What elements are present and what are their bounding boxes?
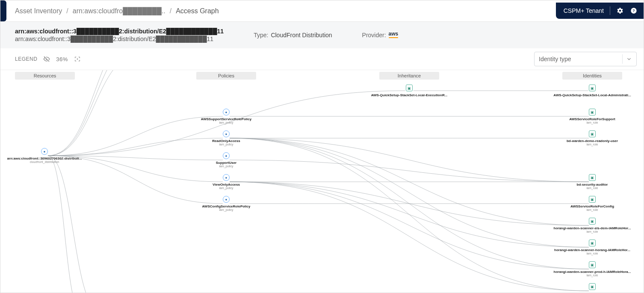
asset-provider-key: Provider:	[362, 32, 386, 38]
role-node-icon: ▣	[589, 85, 596, 92]
inheritance-node[interactable]: ▣AWS-QuickSetup-StackSet-Local-Execution…	[369, 85, 450, 97]
role-node-icon: ▣	[589, 283, 596, 290]
legend-visibility-icon[interactable]	[43, 56, 50, 62]
role-node-icon: ▣	[589, 261, 596, 268]
node-label: AWSSupportServiceRolePolicy	[201, 117, 251, 121]
node-label: AWSServiceRoleForSupport	[569, 117, 615, 121]
node-sublabel: iam_policy	[219, 186, 233, 189]
asset-type-key: Type:	[254, 32, 268, 38]
role-node-icon: ▣	[589, 174, 596, 181]
breadcrumb: Asset Inventory / arn:aws:cloudfro██████…	[15, 7, 219, 15]
column-header-resources: Resources	[15, 72, 75, 80]
asset-subtitle: arn:aws:cloudfront::3██████████2:distrib…	[15, 36, 224, 42]
node-sublabel: iam_role	[587, 230, 598, 233]
policy-node[interactable]: ●AWSSupportServiceRolePolicyiam_policy	[186, 109, 267, 124]
node-label: AWSConfigServiceRolePolicy	[202, 204, 251, 208]
node-label: horangi-warden-scanner-horang-IAMRoleHor…	[554, 248, 630, 252]
node-label: SupportUser	[216, 161, 236, 165]
policy-node-icon: ●	[41, 148, 48, 155]
identity-node[interactable]: ▣AWS-QuickSetup-StackSet-Local-Administr…	[552, 85, 633, 97]
legend-label[interactable]: LEGEND	[15, 56, 37, 62]
node-label: AWS-QuickSetup-StackSet-Local-ExecutionR…	[371, 93, 448, 97]
node-sublabel: iam_role	[587, 121, 598, 124]
identity-node[interactable]: ▣bd-warden-demo-readonly-useriam_role	[552, 130, 633, 146]
node-label: AWSServiceRoleForConfig	[570, 204, 614, 208]
gear-icon[interactable]	[616, 7, 624, 15]
identity-node[interactable]: ▣bd-security-auditoriam_role	[552, 174, 633, 189]
node-label: ReadOnlyAccess	[212, 139, 240, 143]
identity-node[interactable]: ▣horangi-warden-scanner-prod-h-IAMRoleHo…	[552, 261, 633, 277]
node-label: AWS-QuickSetup-StackSet-Local-Administra…	[553, 93, 631, 97]
policy-node[interactable]: ●AWSConfigServiceRolePolicyiam_policy	[186, 196, 267, 211]
node-sublabel: iam_role	[587, 274, 598, 277]
node-label: ViewOnlyAccess	[213, 183, 240, 186]
resource-node[interactable]: ●arn:aws:cloudfront::309602706302:distri…	[4, 148, 85, 163]
policy-node-icon: ●	[223, 174, 230, 181]
svg-point-2	[77, 59, 78, 60]
identity-node[interactable]: ▣AWSServiceRoleForSupportiam_role	[552, 109, 633, 124]
role-node-icon: ▣	[406, 85, 413, 92]
asset-title: arn:aws:cloudfront::3██████████2:distrib…	[15, 28, 224, 35]
node-sublabel: iam_policy	[219, 143, 233, 146]
help-icon[interactable]: ?	[630, 7, 638, 15]
node-sublabel: cloudfront_distribution	[30, 160, 59, 163]
node-sublabel: iam_policy	[219, 208, 233, 211]
identity-node[interactable]: ▣horangi-warden-scanner-prd-IAMRoleHoran…	[552, 283, 633, 293]
policy-node-icon: ●	[223, 130, 230, 137]
role-node-icon: ▣	[589, 130, 596, 137]
breadcrumb-item-access-graph: Access Graph	[176, 7, 219, 15]
graph-edges	[0, 70, 644, 293]
column-header-inheritance: Inheritance	[379, 72, 439, 80]
role-node-icon: ▣	[589, 196, 596, 203]
node-sublabel: iam_role	[587, 208, 598, 211]
breadcrumb-item-arn[interactable]: arn:aws:cloudfro████████..	[73, 7, 165, 15]
role-node-icon: ▣	[589, 109, 596, 115]
role-node-icon: ▣	[589, 240, 596, 246]
asset-type: Type: CloudFront Distribution	[254, 32, 332, 38]
tenant-label[interactable]: CSPM+ Tenant	[564, 7, 604, 14]
fit-view-icon[interactable]	[74, 56, 81, 62]
node-sublabel: iam_role	[587, 143, 598, 146]
tenant-separator	[610, 6, 610, 15]
policy-node-icon: ●	[223, 196, 230, 203]
node-label: arn:aws:cloudfront::309602706302:distrib…	[7, 157, 82, 160]
role-node-icon: ▣	[589, 218, 596, 225]
identity-type-select-label: Identity type	[539, 56, 571, 62]
aws-logo-icon: aws	[389, 31, 399, 39]
access-graph-canvas[interactable]: Resources Policies Inheritance Identitie…	[0, 70, 644, 293]
node-label: horangi-warden-scanner-sls-dem-IAMRoleHo…	[554, 226, 631, 230]
node-label: bd-warden-demo-readonly-user	[567, 139, 618, 143]
breadcrumb-sep: /	[66, 7, 68, 15]
identity-node[interactable]: ▣AWSServiceRoleForConfigiam_role	[552, 196, 633, 211]
policy-node[interactable]: ●ViewOnlyAccessiam_policy	[186, 174, 267, 189]
node-sublabel: iam_policy	[219, 165, 233, 168]
asset-detail-band: arn:aws:cloudfront::3██████████2:distrib…	[0, 22, 644, 48]
policy-node-icon: ●	[223, 109, 230, 115]
policy-node-icon: ●	[223, 152, 230, 159]
node-label: horangi-warden-scanner-prod-h-IAMRoleHor…	[554, 270, 631, 274]
breadcrumb-sep: /	[170, 7, 171, 15]
identity-node[interactable]: ▣horangi-warden-scanner-sls-dem-IAMRoleH…	[552, 218, 633, 233]
asset-type-value: CloudFront Distribution	[271, 32, 332, 38]
breadcrumb-item-asset-inventory[interactable]: Asset Inventory	[15, 7, 62, 15]
chevron-down-icon	[626, 56, 632, 62]
node-sublabel: iam_policy	[219, 121, 233, 124]
left-edge-badge	[0, 0, 6, 21]
tenant-bar: CSPM+ Tenant ?	[556, 3, 644, 19]
policy-node[interactable]: ●ReadOnlyAccessiam_policy	[186, 130, 267, 146]
select-divider	[622, 54, 623, 64]
node-sublabel: iam_role	[587, 252, 598, 255]
column-header-identities: Identities	[562, 72, 622, 80]
node-label: bd-security-auditor	[577, 183, 608, 186]
identity-type-select[interactable]: Identity type	[534, 52, 637, 66]
svg-text:?: ?	[632, 9, 635, 13]
policy-node[interactable]: ●SupportUseriam_policy	[186, 152, 267, 168]
zoom-level: 36%	[56, 56, 68, 62]
node-sublabel: iam_role	[587, 186, 598, 189]
asset-provider: Provider: aws	[362, 31, 399, 39]
column-header-policies: Policies	[196, 72, 256, 80]
identity-node[interactable]: ▣horangi-warden-scanner-horang-IAMRoleHo…	[552, 240, 633, 255]
